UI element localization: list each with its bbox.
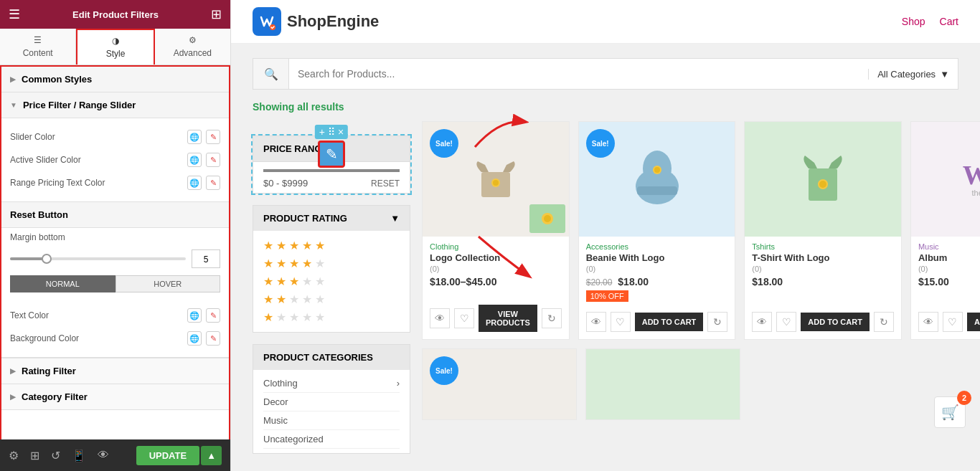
- widget-move-icon[interactable]: ⠿: [328, 126, 335, 138]
- search-input[interactable]: [289, 68, 868, 80]
- rating-1[interactable]: ★ ★ ★ ★ ★: [263, 308, 400, 326]
- product-info-1: Accessories Beanie With Logo (0) $20.00 …: [579, 237, 735, 312]
- panel-header: ☰ Edit Product Filters ⊞: [0, 0, 230, 29]
- hamburger-icon[interactable]: ☰: [9, 6, 20, 22]
- category-item-uncategorized[interactable]: Uncategorized: [263, 430, 400, 449]
- product-img-3: Woo the album: [911, 122, 980, 237]
- active-slider-controls: 🌐 ✎: [187, 153, 220, 167]
- category-item-music[interactable]: Music: [263, 411, 400, 430]
- hover-tabs: NORMAL HOVER: [10, 275, 220, 292]
- cart-badge-container[interactable]: 🛒 2: [934, 396, 966, 428]
- settings-icon[interactable]: ⚙: [9, 449, 19, 462]
- bg-color-label: Background Color: [10, 333, 79, 343]
- widget-toolbar: + ⠿ ×: [315, 125, 348, 139]
- price-reset-btn[interactable]: RESET: [371, 179, 400, 189]
- woo-text: Woo: [963, 161, 980, 189]
- text-color-pen[interactable]: ✎: [206, 308, 220, 323]
- advanced-icon: ⚙: [189, 35, 197, 45]
- product-price-2: $18.00: [752, 276, 894, 287]
- compare-icon-0[interactable]: ↻: [542, 308, 562, 328]
- category-item-clothing[interactable]: Clothing ›: [263, 374, 400, 393]
- hover-tab-btn[interactable]: HOVER: [116, 275, 221, 292]
- margin-slider-fill: [10, 257, 45, 260]
- rating-filter-header[interactable]: ▶ Rating Filter: [1, 358, 229, 384]
- margin-slider-track[interactable]: [10, 257, 186, 260]
- range-pricing-pen[interactable]: ✎: [206, 176, 220, 190]
- price-slider-fill: [263, 169, 400, 172]
- bg-color-globe[interactable]: 🌐: [187, 331, 202, 346]
- common-styles-section[interactable]: ▶ Common Styles: [1, 67, 229, 92]
- heart-icon-3[interactable]: ♡: [943, 312, 963, 332]
- logo-text: ShopEngine: [287, 12, 379, 31]
- rating-filter-section: ▶ Rating Filter: [1, 358, 229, 384]
- slider-color-globe[interactable]: 🌐: [187, 130, 202, 144]
- product-name-3: Album: [918, 252, 980, 263]
- update-arrow-btn[interactable]: ▲: [201, 446, 222, 465]
- rating-title: PRODUCT RATING: [263, 213, 347, 224]
- add-to-cart-btn-3[interactable]: ADD TO CART: [967, 313, 980, 331]
- reset-button-section: Reset Button Margin bottom 5 NORMAL HOVE…: [1, 202, 229, 358]
- price-slider[interactable]: [263, 169, 400, 172]
- left-panel: ☰ Edit Product Filters ⊞ ☰ Content ◑ Sty…: [0, 0, 231, 471]
- wishlist-icon-1[interactable]: 👁: [586, 312, 606, 332]
- price-row: $0 - $9999 RESET: [263, 178, 400, 189]
- reset-button-label: Reset Button: [1, 202, 229, 228]
- widget-close-icon[interactable]: ×: [338, 126, 344, 138]
- bg-color-pen[interactable]: ✎: [206, 331, 220, 346]
- sale-badge-0: Sale!: [430, 129, 458, 158]
- grid-icon[interactable]: ⊞: [211, 6, 222, 22]
- active-slider-color-row: Active Slider Color 🌐 ✎: [10, 148, 220, 171]
- panel-tabs: ☰ Content ◑ Style ⚙ Advanced: [0, 29, 230, 65]
- product-price-3: $15.00: [918, 276, 980, 287]
- rating-collapse-icon[interactable]: ▼: [390, 213, 400, 224]
- category-item-decor[interactable]: Decor: [263, 393, 400, 411]
- tab-style[interactable]: ◑ Style: [76, 29, 154, 65]
- cart-nav-link[interactable]: Cart: [940, 16, 958, 27]
- product-img-1: Sale!: [579, 122, 735, 237]
- margin-slider-value[interactable]: 5: [192, 249, 220, 268]
- active-slider-globe[interactable]: 🌐: [187, 153, 202, 167]
- eye-icon[interactable]: 👁: [98, 449, 109, 462]
- add-to-cart-btn-2[interactable]: ADD TO CART: [801, 313, 870, 331]
- margin-slider-thumb[interactable]: [42, 254, 52, 264]
- responsive-icon[interactable]: 📱: [72, 449, 86, 462]
- heart-icon-0[interactable]: ♡: [454, 308, 474, 328]
- compare-icon-1[interactable]: ↻: [707, 312, 727, 332]
- layers-icon[interactable]: ⊞: [30, 449, 39, 462]
- view-products-btn-0[interactable]: VIEW PRODUCTS: [479, 305, 537, 332]
- category-select[interactable]: All Categories ▼: [868, 69, 958, 80]
- slider-color-controls: 🌐 ✎: [187, 130, 220, 144]
- product-category-0: Clothing: [430, 242, 562, 251]
- wishlist-icon-0[interactable]: 👁: [430, 308, 450, 328]
- range-pricing-globe[interactable]: 🌐: [187, 176, 202, 190]
- wishlist-icon-2[interactable]: 👁: [752, 312, 772, 332]
- text-color-controls: 🌐 ✎: [187, 308, 220, 323]
- shop-nav-link[interactable]: Shop: [902, 16, 925, 27]
- compare-icon-2[interactable]: ↻: [874, 312, 894, 332]
- rating-5[interactable]: ★ ★ ★ ★ ★: [263, 237, 400, 254]
- update-button[interactable]: UPDATE: [136, 446, 199, 465]
- rating-2[interactable]: ★ ★ ★ ★ ★: [263, 290, 400, 308]
- widget-add-icon[interactable]: +: [319, 126, 325, 138]
- active-slider-pen[interactable]: ✎: [206, 153, 220, 167]
- wishlist-icon-3[interactable]: 👁: [918, 312, 938, 332]
- category-filter-header[interactable]: ▶ Category Filter: [1, 384, 229, 409]
- search-bar: 🔍 All Categories ▼: [253, 58, 958, 90]
- add-to-cart-btn-1[interactable]: ADD TO CART: [635, 313, 704, 331]
- history-icon[interactable]: ↺: [51, 449, 60, 462]
- chevron-icon: ›: [397, 378, 400, 389]
- text-color-globe[interactable]: 🌐: [187, 308, 202, 323]
- heart-icon-1[interactable]: ♡: [611, 312, 631, 332]
- category-label: All Categories: [877, 69, 936, 80]
- rating-3[interactable]: ★ ★ ★ ★ ★: [263, 272, 400, 290]
- rating-4[interactable]: ★ ★ ★ ★ ★: [263, 254, 400, 272]
- search-icon-box[interactable]: 🔍: [253, 59, 289, 89]
- tab-advanced[interactable]: ⚙ Advanced: [155, 29, 230, 65]
- normal-tab[interactable]: NORMAL: [10, 275, 116, 292]
- slider-color-pen[interactable]: ✎: [206, 130, 220, 144]
- tab-content[interactable]: ☰ Content: [0, 29, 76, 65]
- heart-icon-2[interactable]: ♡: [776, 312, 796, 332]
- price-filter-header[interactable]: ▼ Price Filter / Range Slider: [1, 92, 229, 118]
- edit-widget-icon[interactable]: ✎: [318, 141, 345, 168]
- product-name-1: Beanie With Logo: [586, 252, 728, 263]
